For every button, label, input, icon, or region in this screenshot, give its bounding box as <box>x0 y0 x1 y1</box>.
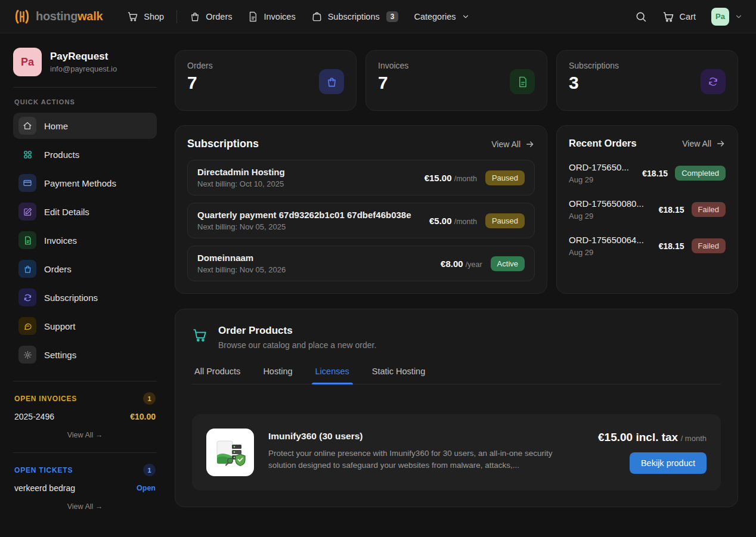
order-amount: €18.15 <box>659 241 684 251</box>
nav-subscriptions[interactable]: Subscriptions 3 <box>303 6 407 27</box>
subscription-row[interactable]: Domeinnaam Next billing: Nov 05, 2026 €8… <box>187 246 535 281</box>
subscription-row[interactable]: Quarterly payment 67d93262b1c01 67dbef46… <box>187 203 535 238</box>
subscription-next-billing: Next billing: Nov 05, 2025 <box>197 222 421 231</box>
stat-label: Orders <box>187 61 344 70</box>
ticket-subject: verkeerd bedrag <box>14 483 75 493</box>
open-invoice-row[interactable]: 2025-2496 €10.00 <box>14 412 156 421</box>
section-title: Order Products <box>218 325 376 337</box>
account-name: PayRequest <box>50 51 117 63</box>
nav-invoices-label: Invoices <box>264 12 295 21</box>
nav-orders[interactable]: Orders <box>182 7 240 27</box>
sidebar-item-label: Orders <box>44 264 72 274</box>
nav-invoices[interactable]: Invoices <box>240 7 303 27</box>
status-badge: Failed <box>692 238 726 253</box>
cart-button[interactable]: Cart <box>662 11 696 23</box>
subscription-price: €8.00 /year <box>441 259 482 269</box>
gear-icon <box>18 346 36 364</box>
open-tickets-heading: OPEN TICKETS <box>14 466 73 474</box>
view-all-label: View All <box>491 139 520 149</box>
handbag-icon <box>311 11 323 22</box>
nav-subscriptions-label: Subscriptions <box>328 12 380 21</box>
brand-logo[interactable]: hostingwalk <box>13 8 103 26</box>
view-all-invoices-link[interactable]: View All → <box>13 431 157 439</box>
view-all-orders-link[interactable]: View All <box>682 139 726 148</box>
sidebar-item-label: Support <box>44 321 76 331</box>
avatar: Pa <box>13 48 42 76</box>
view-all-tickets-link[interactable]: View All → <box>13 502 157 511</box>
invoice-ref: 2025-2496 <box>14 412 54 421</box>
sidebar-item-products[interactable]: Products <box>13 141 157 167</box>
cart-icon <box>127 11 138 22</box>
sidebar-item-edit-details[interactable]: Edit Details <box>13 198 157 225</box>
view-all-subscriptions-link[interactable]: View All <box>491 139 535 149</box>
sidebar-item-orders[interactable]: Orders <box>13 256 157 282</box>
account-email: info@payrequest.io <box>50 64 117 73</box>
order-date: Aug 29 <box>569 175 636 184</box>
sidebar-menu: Home Products Payment Methods Edit Detai… <box>13 113 157 368</box>
tab-hosting[interactable]: Hosting <box>263 367 292 384</box>
chevron-down-icon <box>461 13 470 21</box>
sidebar-item-label: Products <box>44 150 79 160</box>
product-description: Protect your online presence with Imunif… <box>268 448 578 472</box>
subscription-row[interactable]: Directadmin Hosting Next billing: Oct 10… <box>187 160 535 195</box>
nav-orders-label: Orders <box>206 12 232 21</box>
panel-title: Recent Orders <box>569 138 637 149</box>
sidebar-item-label: Home <box>44 121 68 131</box>
nav-shop[interactable]: Shop <box>119 6 172 27</box>
subscription-price: €15.00 /month <box>425 173 477 183</box>
main-content: Orders 7 Invoices 7 Subscriptions 3 Subs… <box>170 33 756 537</box>
panel-title: Subscriptions <box>187 138 259 150</box>
order-row[interactable]: ORD-175650080... Aug 29 €18.15 Failed <box>569 198 726 221</box>
sidebar-item-subscriptions[interactable]: Subscriptions <box>13 284 157 311</box>
open-ticket-row[interactable]: verkeerd bedrag Open <box>14 483 156 493</box>
cart-icon <box>192 327 207 343</box>
account-profile: Pa PayRequest info@payrequest.io <box>13 48 157 76</box>
open-tickets-section: OPEN TICKETS 1 verkeerd bedrag Open View… <box>13 464 157 511</box>
sidebar-item-label: Payment Methods <box>44 178 116 188</box>
sidebar-item-settings[interactable]: Settings <box>13 342 157 368</box>
status-badge: Failed <box>692 202 726 217</box>
stat-card-subscriptions: Subscriptions 3 <box>556 50 738 111</box>
refresh-icon <box>701 69 726 94</box>
order-row[interactable]: ORD-175650064... Aug 29 €18.15 Failed <box>569 235 726 257</box>
primary-nav: Shop Orders Invoices Subscriptions 3 Cat… <box>119 6 477 27</box>
stat-card-invoices: Invoices 7 <box>365 50 547 111</box>
divider <box>13 87 157 88</box>
product-name: Imunify360 (30 users) <box>268 431 578 442</box>
status-badge: Completed <box>675 166 726 181</box>
status-badge: Paused <box>485 170 525 185</box>
sidebar-item-support[interactable]: Support <box>13 313 157 339</box>
sidebar-item-home[interactable]: Home <box>13 113 157 139</box>
cart-label: Cart <box>680 12 696 21</box>
user-menu[interactable]: Pa <box>711 8 743 26</box>
recent-orders-panel: Recent Orders View All ORD-175650... Aug… <box>556 125 738 294</box>
subscription-name: Domeinnaam <box>197 253 432 263</box>
cart-icon <box>662 11 674 23</box>
ticket-status: Open <box>137 484 156 492</box>
sidebar-item-payment-methods[interactable]: Payment Methods <box>13 170 157 196</box>
subscription-price: €5.00 /month <box>429 216 477 226</box>
grid-icon <box>18 145 36 163</box>
nav-shop-label: Shop <box>144 12 164 21</box>
stat-label: Subscriptions <box>569 61 726 70</box>
sidebar-item-invoices[interactable]: Invoices <box>13 227 157 253</box>
search-icon[interactable] <box>635 11 647 23</box>
view-product-button[interactable]: Bekijk product <box>630 452 707 474</box>
order-row[interactable]: ORD-175650... Aug 29 €18.15 Completed <box>569 162 726 184</box>
open-invoices-heading: OPEN INVOICES <box>14 395 77 403</box>
tab-static-hosting[interactable]: Static Hosting <box>372 367 425 384</box>
sidebar-item-label: Edit Details <box>44 207 89 217</box>
stat-card-orders: Orders 7 <box>175 50 357 111</box>
subscription-next-billing: Next billing: Nov 05, 2026 <box>197 265 432 274</box>
credit-card-icon <box>18 174 36 192</box>
nav-categories[interactable]: Categories <box>406 7 477 26</box>
order-id: ORD-175650080... <box>569 198 653 209</box>
stats-row: Orders 7 Invoices 7 Subscriptions 3 <box>175 50 738 111</box>
sidebar-item-label: Invoices <box>44 235 77 246</box>
tab-licenses[interactable]: Licenses <box>315 367 349 384</box>
order-amount: €18.15 <box>642 169 668 178</box>
stat-label: Invoices <box>378 61 535 70</box>
document-icon <box>247 11 258 22</box>
tab-all-products[interactable]: All Products <box>194 367 240 384</box>
home-icon <box>18 117 36 135</box>
